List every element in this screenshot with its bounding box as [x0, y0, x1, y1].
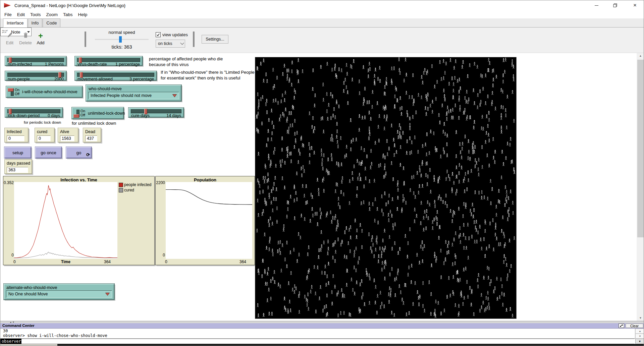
edit-widget-button[interactable]: Edit [4, 32, 16, 48]
population-chart-canvas [166, 182, 252, 259]
add-widget-button[interactable]: + Add [35, 32, 47, 48]
speed-slider-thumb[interactable] [119, 36, 122, 43]
bottom-scrollbar[interactable] [0, 344, 644, 346]
restore-button[interactable] [607, 0, 624, 10]
scroll-down-icon[interactable]: ▼ [637, 315, 644, 321]
slider-num-infected[interactable]: num-infected1 Persons [5, 56, 66, 66]
slider-track [7, 58, 64, 62]
infection-chart-canvas [14, 182, 117, 259]
menu-edit[interactable]: Edit [14, 11, 28, 18]
toolbar-separator [193, 32, 195, 47]
switch-i-will-chose-who-should-move[interactable]: On Off i-will-chose-who-should-move [6, 86, 83, 98]
menu-tools[interactable]: Tools [28, 11, 44, 18]
minimize-button[interactable] [588, 0, 605, 10]
delete-widget-button[interactable]: Delete [18, 32, 33, 48]
command-output[interactable]: 30 observer> show i-will-chose-who-shoul… [0, 329, 635, 339]
output-scroll-down-icon[interactable]: ▼ [635, 334, 644, 339]
slider-value: 2000 [54, 77, 64, 81]
slider-name: virus-death-rate [77, 62, 107, 67]
slider-track [7, 109, 60, 113]
slider-track [7, 73, 64, 77]
y-min-label: 0 [156, 253, 165, 257]
chevron-down-icon [180, 41, 184, 45]
tab-info[interactable]: Info [28, 18, 43, 27]
monitor-value: 0 [37, 135, 51, 141]
chooser-arrow-icon [172, 94, 177, 97]
slider-virus-death-rate[interactable]: virus-death-rate1 percentage [75, 56, 143, 66]
clear-button[interactable]: Clear [626, 324, 643, 328]
monitor-label: Alive [60, 129, 69, 134]
monitor-cured: cured 0 [35, 128, 55, 142]
delete-label: Delete [19, 40, 32, 45]
chooser-select[interactable]: No One should Move [6, 290, 112, 298]
note-movement: If in "Who-should-move" there is "Limite… [161, 69, 255, 81]
switch-on-label: On [15, 88, 19, 92]
command-center-splitter[interactable]: ▲▼ [0, 321, 644, 323]
note-periodic-lockdown: for periodic lock down [24, 120, 61, 125]
slider-value: 1 Persons [45, 62, 64, 67]
menu-file[interactable]: File [2, 11, 14, 18]
observer-prompt: observer> [0, 339, 21, 344]
y-max-label: 0.352 [4, 180, 14, 185]
chooser-value: No One should Move [8, 292, 48, 296]
close-button[interactable]: × [626, 0, 644, 10]
y-max-label: 2200 [156, 180, 165, 185]
view-updates-group: view updates [156, 32, 188, 38]
world-agents-canvas [255, 57, 516, 319]
speed-slider-group: normal speed ticks: 363 [95, 30, 149, 51]
chooser-alternate-who-should-move[interactable]: alternate-who-should-move No One should … [4, 284, 114, 300]
main-vertical-scrollbar[interactable]: ▲ ▼ [637, 53, 644, 321]
legend-cured: cured [119, 188, 134, 192]
tab-code[interactable]: Code [43, 18, 60, 27]
view-updates-label: view updates [162, 32, 188, 37]
agent-type-dropdown[interactable]: ▼ [635, 339, 644, 344]
scroll-up-icon[interactable]: ▲ [637, 53, 644, 59]
output-scroll-up-icon[interactable]: ▲ [635, 329, 644, 334]
tab-interface[interactable]: Interface [3, 18, 28, 27]
go-once-button[interactable]: go once [35, 147, 62, 158]
note-unlimited-lockdown: for unlimited lock down [72, 120, 116, 126]
x-max-label: 364 [239, 260, 253, 264]
setup-button[interactable]: setup [4, 147, 31, 158]
switch-handle[interactable] [73, 114, 79, 118]
go-button[interactable]: go ⟳ [66, 147, 92, 158]
command-input[interactable] [21, 339, 635, 344]
monitor-label: days passed [7, 161, 30, 166]
chooser-name: who-should-move [89, 86, 122, 91]
netlogo-logo-icon [4, 3, 12, 8]
monitor-label: cured [37, 129, 47, 134]
slider-cure-days[interactable]: cure-days14 days [128, 108, 184, 117]
slider-movement-allowed[interactable]: movement-allowed3 percentage [75, 71, 157, 80]
settings-button[interactable]: Settings... [202, 35, 228, 44]
slider-track [77, 73, 154, 77]
slider-name: num-people [8, 77, 30, 81]
view-updates-checkbox[interactable] [156, 32, 161, 37]
slider-lock-down-period[interactable]: lock-down-period0 days [5, 108, 63, 117]
edit-label: Edit [6, 40, 13, 45]
command-center-header: Command Center Clear [0, 323, 644, 329]
legend-people-infected: people infected [119, 182, 151, 187]
world-view[interactable] [255, 57, 517, 319]
chooser-who-should-move[interactable]: who-should-move Infected People should n… [86, 85, 181, 101]
update-mode-dropdown[interactable]: on ticks [156, 40, 185, 48]
chooser-select[interactable]: Infected People should not move [88, 92, 179, 99]
tab-bar: Interface Info Code [0, 18, 644, 27]
menu-tabs[interactable]: Tabs [60, 11, 75, 18]
note-death-rate: percentage of affected people who diebec… [149, 56, 223, 67]
slider-name: movement-allowed [77, 77, 113, 81]
monitor-value: 363 [7, 167, 28, 173]
output-scrollbar[interactable]: ▲ ▼ [635, 329, 644, 339]
switch-unlimited-lock-down[interactable]: On Off unlimited-lock-down [72, 107, 124, 119]
plot-infection-vs-time: Infection vs. Time 0.352 0 0 364 Time pe… [3, 176, 155, 265]
menu-zoom[interactable]: Zoom [44, 11, 61, 18]
switch-off-label: Off [15, 92, 19, 96]
speed-slider-track[interactable] [95, 39, 149, 40]
slider-name: cure-days [131, 113, 150, 118]
menu-help[interactable]: Help [75, 11, 90, 18]
slider-num-people[interactable]: num-people2000 [5, 71, 66, 80]
expand-command-center-button[interactable] [619, 324, 624, 328]
switch-handle[interactable] [8, 88, 13, 92]
chooser-arrow-icon [105, 293, 110, 296]
scrollbar-thumb[interactable] [637, 60, 644, 237]
monitor-label: Infected [7, 129, 21, 134]
